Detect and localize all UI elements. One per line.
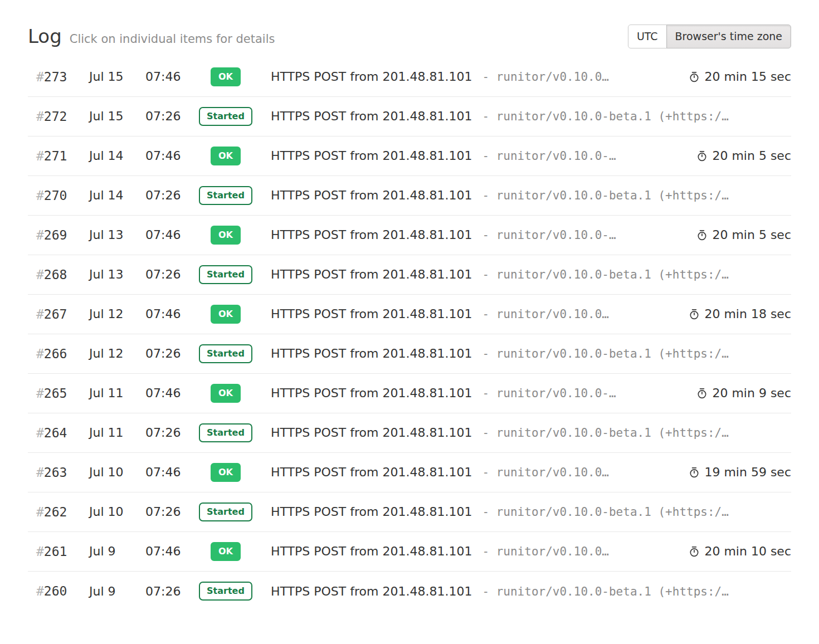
event-time: 07:46 <box>145 228 199 242</box>
status-badge: OK <box>211 147 241 165</box>
log-row[interactable]: #260 Jul 9 07:26 Started HTTPS POST from… <box>28 572 791 611</box>
status-badge: OK <box>211 226 241 245</box>
status-badge-cell: Started <box>199 186 252 205</box>
event-text: HTTPS POST from 201.48.81.101 <box>271 228 472 242</box>
event-description: HTTPS POST from 201.48.81.101 - runitor/… <box>271 149 689 163</box>
log-row[interactable]: #266 Jul 12 07:26 Started HTTPS POST fro… <box>28 334 791 374</box>
hash-prefix: # <box>36 386 44 401</box>
user-agent-text: - runitor/v0.10.0-beta.1 (+https:/… <box>482 268 729 281</box>
event-time: 07:26 <box>145 426 199 440</box>
event-date: Jul 13 <box>89 267 145 281</box>
event-time: 07:46 <box>145 307 199 321</box>
status-badge: Started <box>199 344 252 363</box>
event-number: 273 <box>44 70 67 84</box>
status-badge-cell: OK <box>199 226 252 245</box>
status-badge: Started <box>199 265 252 284</box>
status-badge: Started <box>199 502 252 521</box>
event-description: HTTPS POST from 201.48.81.101 - runitor/… <box>271 584 791 598</box>
duration-text: 19 min 59 sec <box>704 465 791 479</box>
hash-prefix: # <box>36 188 44 203</box>
event-time: 07:46 <box>145 544 199 558</box>
event-text: HTTPS POST from 201.48.81.101 <box>271 70 472 84</box>
event-text: HTTPS POST from 201.48.81.101 <box>271 386 472 400</box>
stopwatch-icon <box>689 71 700 82</box>
user-agent-text: - runitor/v0.10.0… <box>482 545 609 558</box>
log-row[interactable]: #268 Jul 13 07:26 Started HTTPS POST fro… <box>28 255 791 295</box>
event-time: 07:26 <box>145 347 199 360</box>
event-text: HTTPS POST from 201.48.81.101 <box>271 149 472 163</box>
event-text: HTTPS POST from 201.48.81.101 <box>271 465 472 479</box>
event-date: Jul 10 <box>89 465 145 479</box>
user-agent-text: - runitor/v0.10.0-beta.1 (+https:/… <box>482 426 729 440</box>
event-duration: 20 min 5 sec <box>696 149 791 163</box>
hash-prefix: # <box>36 465 44 480</box>
event-text: HTTPS POST from 201.48.81.101 <box>271 426 472 440</box>
log-row[interactable]: #264 Jul 11 07:26 Started HTTPS POST fro… <box>28 413 791 453</box>
log-row[interactable]: #269 Jul 13 07:46 OK HTTPS POST from 201… <box>28 216 791 255</box>
event-date: Jul 15 <box>89 70 145 84</box>
event-date: Jul 10 <box>89 505 145 519</box>
event-date: Jul 12 <box>89 347 145 360</box>
log-row[interactable]: #273 Jul 15 07:46 OK HTTPS POST from 201… <box>28 57 791 97</box>
log-row[interactable]: #271 Jul 14 07:46 OK HTTPS POST from 201… <box>28 136 791 176</box>
event-number: 261 <box>44 544 67 559</box>
event-time: 07:26 <box>145 267 199 281</box>
stopwatch-icon <box>689 546 700 557</box>
stopwatch-icon <box>696 150 708 162</box>
stopwatch-icon <box>696 230 708 241</box>
log-row[interactable]: #270 Jul 14 07:26 Started HTTPS POST fro… <box>28 176 791 216</box>
event-number: 272 <box>44 109 67 124</box>
event-id: #264 <box>36 426 89 440</box>
event-text: HTTPS POST from 201.48.81.101 <box>271 544 472 558</box>
event-description: HTTPS POST from 201.48.81.101 - runitor/… <box>271 109 791 123</box>
event-id: #266 <box>36 347 89 361</box>
event-id: #260 <box>36 584 89 598</box>
status-badge-cell: Started <box>199 107 252 126</box>
user-agent-text: - runitor/v0.10.0-beta.1 (+https:/… <box>482 110 729 123</box>
event-time: 07:26 <box>145 584 199 598</box>
user-agent-text: - runitor/v0.10.0-beta.1 (+https:/… <box>482 347 729 360</box>
event-text: HTTPS POST from 201.48.81.101 <box>271 188 472 202</box>
user-agent-text: - runitor/v0.10.0-… <box>482 387 616 400</box>
log-row[interactable]: #272 Jul 15 07:26 Started HTTPS POST fro… <box>28 97 791 136</box>
event-description: HTTPS POST from 201.48.81.101 - runitor/… <box>271 386 689 400</box>
status-badge: OK <box>211 542 241 561</box>
event-id: #265 <box>36 386 89 401</box>
user-agent-text: - runitor/v0.10.0-beta.1 (+https:/… <box>482 505 729 519</box>
event-time: 07:46 <box>145 465 199 479</box>
status-badge-cell: Started <box>199 423 252 442</box>
page-header: Log Click on individual items for detail… <box>28 0 791 48</box>
event-description: HTTPS POST from 201.48.81.101 - runitor/… <box>271 228 689 242</box>
event-number: 268 <box>44 267 67 282</box>
event-id: #261 <box>36 544 89 559</box>
browser-timezone-button[interactable]: Browser's time zone <box>666 25 791 48</box>
user-agent-text: - runitor/v0.10.0-beta.1 (+https:/… <box>482 189 729 202</box>
stopwatch-icon <box>689 309 700 320</box>
log-row[interactable]: #262 Jul 10 07:26 Started HTTPS POST fro… <box>28 492 791 532</box>
stopwatch-icon <box>696 388 708 399</box>
status-badge: OK <box>211 463 241 482</box>
event-duration: 20 min 9 sec <box>696 386 791 400</box>
event-number: 260 <box>44 584 67 598</box>
status-badge-cell: Started <box>199 502 252 521</box>
hash-prefix: # <box>36 149 44 163</box>
duration-text: 20 min 15 sec <box>704 70 791 84</box>
utc-button[interactable]: UTC <box>628 25 667 48</box>
event-number: 266 <box>44 347 67 361</box>
event-id: #273 <box>36 70 89 84</box>
stopwatch-icon <box>689 467 700 478</box>
hash-prefix: # <box>36 347 44 361</box>
event-date: Jul 14 <box>89 149 145 163</box>
hash-prefix: # <box>36 584 44 598</box>
event-description: HTTPS POST from 201.48.81.101 - runitor/… <box>271 267 791 281</box>
event-description: HTTPS POST from 201.48.81.101 - runitor/… <box>271 426 791 440</box>
hash-prefix: # <box>36 426 44 440</box>
log-row[interactable]: #267 Jul 12 07:46 OK HTTPS POST from 201… <box>28 295 791 334</box>
log-row[interactable]: #261 Jul 9 07:46 OK HTTPS POST from 201.… <box>28 532 791 572</box>
log-row[interactable]: #263 Jul 10 07:46 OK HTTPS POST from 201… <box>28 453 791 492</box>
log-row[interactable]: #265 Jul 11 07:46 OK HTTPS POST from 201… <box>28 374 791 413</box>
event-number: 271 <box>44 149 67 163</box>
status-badge: OK <box>211 384 241 403</box>
event-text: HTTPS POST from 201.48.81.101 <box>271 584 472 598</box>
user-agent-text: - runitor/v0.10.0-beta.1 (+https:/… <box>482 585 729 598</box>
